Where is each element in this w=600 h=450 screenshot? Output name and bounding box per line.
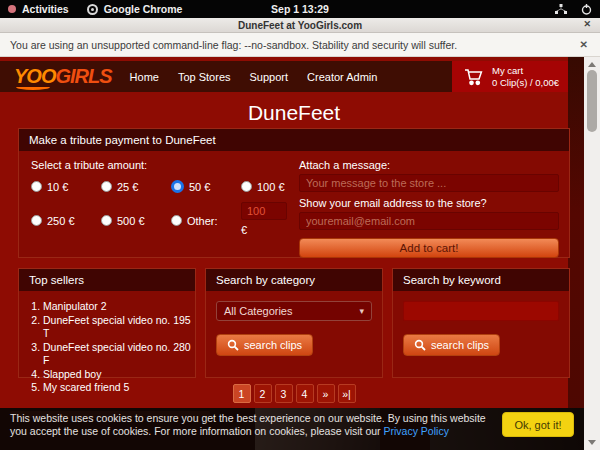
amount-option-label: 50 €	[189, 181, 210, 193]
privacy-policy-link[interactable]: Privacy Policy	[384, 425, 449, 437]
nav-link[interactable]: Home	[130, 71, 159, 83]
power-icon[interactable]	[581, 4, 592, 15]
gnome-top-bar: Activities Google Chrome Sep 1 13:29	[0, 0, 600, 18]
pagination-button[interactable]: »	[317, 384, 335, 403]
cart-button[interactable]: My cart 0 Clip(s) / 0,00€	[452, 61, 568, 92]
top-seller-item[interactable]: Slapped boy	[43, 368, 195, 382]
amount-label: Select a tribute amount:	[31, 159, 299, 171]
search-keyword-panel: Search by keyword search clips	[392, 268, 570, 378]
nav-links: HomeTop StoresSupportCreator Admin	[130, 71, 378, 83]
email-input[interactable]	[299, 212, 559, 230]
amount-option-label: 500 €	[117, 215, 145, 227]
window-close-icon[interactable]: ✕	[583, 19, 591, 29]
message-input[interactable]	[299, 174, 559, 192]
nav-link[interactable]: Support	[250, 71, 289, 83]
amount-option-label: 10 €	[47, 181, 68, 193]
amount-option[interactable]: 500 €	[101, 205, 167, 236]
top-sellers-list: Manipulator 2DuneFeet special video no. …	[43, 300, 195, 395]
amount-option[interactable]: 100 €	[241, 180, 307, 193]
pagination: 1234»»|	[18, 384, 570, 403]
screen: Activities Google Chrome Sep 1 13:29 Dun…	[0, 0, 600, 450]
search-keyword-header: Search by keyword	[393, 269, 569, 291]
amount-option-label: 100 €	[257, 181, 285, 193]
amount-option[interactable]: Other:	[171, 205, 237, 236]
keyword-input[interactable]	[403, 301, 559, 321]
amount-option[interactable]: 250 €	[31, 205, 97, 236]
cookie-banner-text: This website uses cookies to ensure you …	[10, 412, 488, 438]
scroll-up-arrow-icon[interactable]	[588, 62, 596, 67]
search-clips-label: search clips	[244, 339, 302, 351]
pagination-button[interactable]: 3	[275, 384, 293, 403]
pagination-button[interactable]: 2	[254, 384, 272, 403]
search-category-panel: Search by category All Categories ▾ sear…	[205, 268, 383, 378]
scroll-down-arrow-icon[interactable]	[588, 440, 596, 445]
cart-icon	[464, 68, 484, 86]
pagination-button[interactable]: 1	[233, 384, 251, 403]
tribute-panel-header: Make a tribute payment to DuneFeet	[19, 129, 569, 151]
top-seller-item[interactable]: DuneFeet special video no. 195 T	[43, 314, 195, 341]
nav-link[interactable]: Top Stores	[178, 71, 231, 83]
radio-icon[interactable]	[101, 181, 112, 192]
chevron-down-icon: ▾	[359, 306, 364, 316]
window-title-bar: DuneFeet at YooGirls.com ✕	[0, 18, 600, 33]
search-icon	[414, 339, 426, 351]
email-label: Show your email address to the store?	[299, 197, 559, 209]
search-category-header: Search by category	[206, 269, 382, 291]
warning-close-icon[interactable]: ✕	[580, 39, 588, 50]
add-to-cart-button[interactable]: Add to cart!	[299, 238, 559, 258]
cart-title: My cart	[492, 65, 559, 77]
search-clips-category-button[interactable]: search clips	[216, 334, 313, 356]
warning-text: You are using an unsupported command-lin…	[10, 39, 457, 51]
message-label: Attach a message:	[299, 159, 559, 171]
radio-icon[interactable]	[171, 180, 184, 193]
amount-option-label: 250 €	[47, 215, 75, 227]
cookie-accept-button[interactable]: Ok, got it!	[502, 412, 574, 437]
scrollbar[interactable]	[584, 57, 600, 450]
radio-icon[interactable]	[171, 215, 182, 226]
amount-option[interactable]: 50 €	[171, 180, 237, 193]
scrollbar-thumb[interactable]	[587, 70, 597, 132]
tribute-message-section: Attach a message: Show your email addres…	[299, 159, 559, 258]
amount-option[interactable]: 10 €	[31, 180, 97, 193]
top-sellers-panel: Top sellers Manipulator 2DuneFeet specia…	[18, 268, 196, 378]
pagination-button[interactable]: 4	[296, 384, 314, 403]
amount-option[interactable]: 25 €	[101, 180, 167, 193]
pagination-button[interactable]: »|	[338, 384, 356, 403]
other-amount-cell: €	[241, 201, 307, 236]
chrome-warning-bar: You are using an unsupported command-lin…	[0, 33, 600, 57]
window-title: DuneFeet at YooGirls.com	[238, 20, 362, 31]
amount-option-label: 25 €	[117, 181, 138, 193]
cart-summary: 0 Clip(s) / 0,00€	[492, 77, 559, 89]
top-sellers-header: Top sellers	[19, 269, 195, 291]
page-right-margin	[568, 57, 584, 450]
search-icon	[227, 339, 239, 351]
site-logo[interactable]: YOOGIRLS	[14, 65, 112, 88]
nav-link[interactable]: Creator Admin	[307, 71, 377, 83]
radio-icon[interactable]	[101, 215, 112, 226]
category-select-value: All Categories	[224, 305, 292, 317]
network-icon[interactable]	[555, 4, 567, 15]
radio-icon[interactable]	[241, 181, 252, 192]
site-nav-bar: YOOGIRLS HomeTop StoresSupportCreator Ad…	[0, 61, 568, 92]
top-seller-item[interactable]: Manipulator 2	[43, 300, 195, 314]
tribute-panel: Make a tribute payment to DuneFeet Selec…	[18, 128, 570, 258]
tribute-amount-section: Select a tribute amount: € 10 €	[31, 159, 299, 236]
amount-options: € 10 € 25 €	[31, 180, 299, 236]
search-clips-label: search clips	[431, 339, 489, 351]
search-clips-keyword-button[interactable]: search clips	[403, 334, 500, 356]
page-footer: This website uses cookies to ensure you …	[0, 408, 584, 450]
browser-viewport: YOOGIRLS HomeTop StoresSupportCreator Ad…	[0, 57, 600, 450]
clock[interactable]: Sep 1 13:29	[0, 3, 600, 15]
logo-smile-arc	[16, 84, 50, 90]
other-amount-input[interactable]	[241, 202, 287, 220]
logo-text-girls: GIRLS	[55, 65, 111, 88]
category-select[interactable]: All Categories ▾	[216, 301, 372, 321]
page-title: DuneFeet	[18, 101, 570, 125]
radio-icon[interactable]	[31, 181, 42, 192]
top-seller-item[interactable]: DuneFeet special video no. 280 F	[43, 341, 195, 368]
radio-icon[interactable]	[31, 215, 42, 226]
amount-option-label: Other:	[187, 215, 218, 227]
currency-label: €	[241, 224, 307, 236]
